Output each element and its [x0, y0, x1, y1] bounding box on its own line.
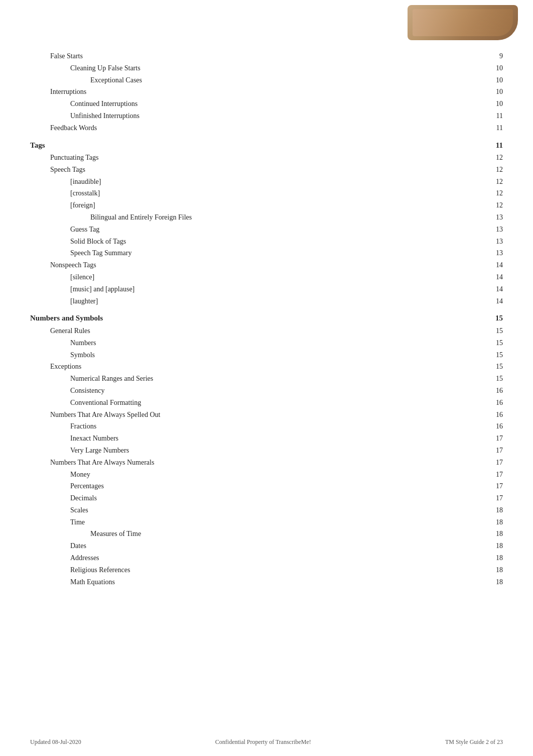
toc-entry-text: [crosstalk] — [30, 187, 100, 199]
toc-entry-text: Fractions — [30, 420, 96, 433]
toc-entry: Time18 — [30, 516, 503, 528]
toc-entry-page: 13 — [488, 236, 503, 248]
toc-entry-text: Exceptions — [30, 361, 81, 373]
toc-entry-page: 13 — [488, 211, 503, 224]
toc-entry: Numbers That Are Always Numerals17 — [30, 457, 503, 469]
toc-entry-page: 18 — [488, 564, 503, 576]
toc-entry: False Starts9 — [30, 50, 503, 62]
toc-entry-text: Measures of Time — [30, 528, 141, 540]
toc-entry-page: 13 — [488, 224, 503, 236]
toc-entry-text: Numbers That Are Always Numerals — [30, 457, 154, 469]
toc-entry-text: Unfinished Interruptions — [30, 110, 140, 122]
toc-entry-text: Addresses — [30, 552, 99, 564]
toc-entry: Interruptions10 — [30, 86, 503, 98]
toc-entry-text: Decimals — [30, 492, 97, 504]
toc-entry-page: 18 — [488, 504, 503, 516]
toc-entry-text: Solid Block of Tags — [30, 236, 126, 248]
toc-entry-text: Tags — [30, 139, 45, 152]
toc-entry-text: Money — [30, 469, 90, 481]
toc-entry-text: [music] and [applause] — [30, 283, 135, 295]
toc-entry-text: Numbers and Symbols — [30, 312, 103, 325]
toc-entry-page: 17 — [488, 433, 503, 445]
toc-entry: [crosstalk]12 — [30, 187, 503, 199]
toc-entry-text: Math Equations — [30, 576, 115, 588]
toc-entry-page: 10 — [488, 62, 503, 74]
toc-entry-page: 15 — [488, 325, 503, 337]
toc-entry-page: 12 — [488, 164, 503, 176]
toc-entry-page: 10 — [488, 74, 503, 86]
toc-entry: Consistency16 — [30, 385, 503, 397]
toc-entry-text: Inexact Numbers — [30, 433, 118, 445]
toc-entry-page: 17 — [488, 492, 503, 504]
toc-entry-text: Interruptions — [30, 86, 86, 98]
toc-entry: [foreign]12 — [30, 199, 503, 211]
toc-entry: Decimals17 — [30, 492, 503, 504]
toc-entry-text: Numbers — [30, 337, 96, 349]
toc-entry-text: Exceptional Cases — [30, 74, 142, 86]
toc-entry: Measures of Time18 — [30, 528, 503, 540]
toc-entry-page: 10 — [488, 98, 503, 110]
toc-entry-page: 15 — [488, 373, 503, 385]
toc-entry-text: False Starts — [30, 50, 83, 62]
toc-entry-text: Bilingual and Entirely Foreign Files — [30, 211, 192, 224]
toc-entry-page: 11 — [488, 139, 503, 152]
toc-entry-page: 15 — [488, 361, 503, 373]
toc-entry: Dates18 — [30, 540, 503, 552]
toc-entry-page: 15 — [488, 312, 503, 325]
toc-entry: Guess Tag13 — [30, 224, 503, 236]
toc-entry-text: Numbers That Are Always Spelled Out — [30, 409, 160, 421]
toc-entry: Speech Tag Summary13 — [30, 247, 503, 259]
toc-entry-text: Speech Tags — [30, 164, 85, 176]
toc-entry: [laughter]14 — [30, 295, 503, 307]
toc-entry: Exceptions15 — [30, 361, 503, 373]
toc-entry-page: 14 — [488, 271, 503, 283]
toc-entry-text: [silence] — [30, 271, 94, 283]
toc-entry-page: 16 — [488, 385, 503, 397]
toc-entry-page: 18 — [488, 516, 503, 528]
toc-entry-page: 14 — [488, 259, 503, 271]
toc-entry-page: 15 — [488, 337, 503, 349]
toc-entry-page: 12 — [488, 152, 503, 164]
footer-confidential: Confidential Property of TranscribeMe! — [215, 738, 311, 746]
toc-entry: Numbers and Symbols15 — [30, 312, 503, 325]
toc-entry: Numerical Ranges and Series15 — [30, 373, 503, 385]
toc-entry-page: 17 — [488, 469, 503, 481]
toc-entry: Religious References18 — [30, 564, 503, 576]
toc-entry-text: Time — [30, 516, 85, 528]
toc-entry-page: 18 — [488, 576, 503, 588]
toc-entry-text: Conventional Formatting — [30, 397, 141, 409]
toc-entry: Inexact Numbers17 — [30, 433, 503, 445]
toc-entry-page: 17 — [488, 445, 503, 457]
toc-entry-page: 15 — [488, 349, 503, 361]
toc-entry-page: 11 — [488, 110, 503, 122]
toc-entry: Speech Tags12 — [30, 164, 503, 176]
toc-entry-page: 16 — [488, 397, 503, 409]
toc-entry: Punctuating Tags12 — [30, 152, 503, 164]
toc-entry: Numbers That Are Always Spelled Out16 — [30, 409, 503, 421]
toc-entry-text: Scales — [30, 504, 88, 516]
toc-entry: [inaudible]12 — [30, 176, 503, 188]
toc-entry: [music] and [applause]14 — [30, 283, 503, 295]
toc-entry-text: Religious References — [30, 564, 130, 576]
toc-entry: Numbers15 — [30, 337, 503, 349]
footer: Updated 08-Jul-2020 Confidential Propert… — [0, 738, 533, 746]
toc-entry-text: Cleaning Up False Starts — [30, 62, 141, 74]
toc-entry-text: Punctuating Tags — [30, 152, 98, 164]
toc-entry-page: 14 — [488, 295, 503, 307]
toc-entry-page: 13 — [488, 247, 503, 259]
toc-entry-page: 18 — [488, 528, 503, 540]
toc-entry: Fractions16 — [30, 420, 503, 433]
toc-entry: Feedback Words11 — [30, 122, 503, 134]
toc-entry-page: 12 — [488, 176, 503, 188]
toc-entry: Math Equations18 — [30, 576, 503, 588]
logo-graphic — [408, 5, 518, 40]
toc-entry: [silence]14 — [30, 271, 503, 283]
footer-date: Updated 08-Jul-2020 — [30, 738, 81, 746]
toc-entry-text: Speech Tag Summary — [30, 247, 131, 259]
toc-entry-text: Feedback Words — [30, 122, 97, 134]
toc-entry-page: 12 — [488, 187, 503, 199]
toc-entry-text: General Rules — [30, 325, 90, 337]
toc-entry: Unfinished Interruptions11 — [30, 110, 503, 122]
toc-entry-page: 14 — [488, 283, 503, 295]
toc-entry: Addresses18 — [30, 552, 503, 564]
